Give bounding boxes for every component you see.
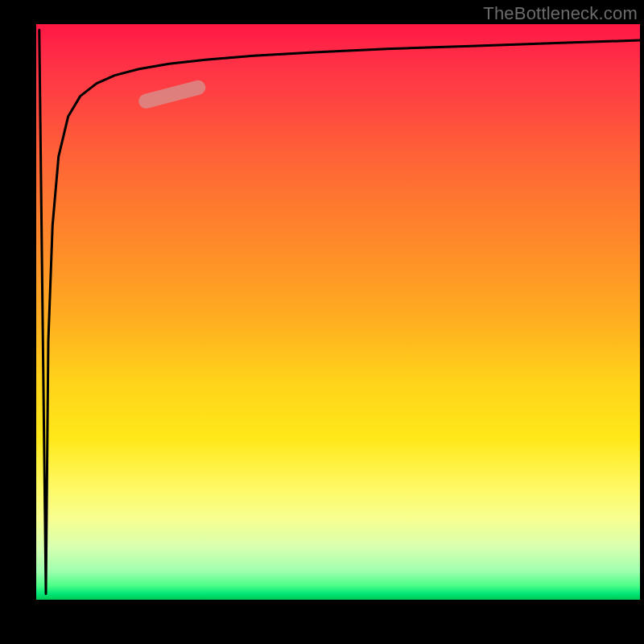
chart-root: TheBottleneck.com [0,0,644,644]
highlight-pill [137,79,207,110]
data-curve [39,30,640,594]
watermark-text: TheBottleneck.com [483,3,638,24]
curve-layer [0,0,644,644]
